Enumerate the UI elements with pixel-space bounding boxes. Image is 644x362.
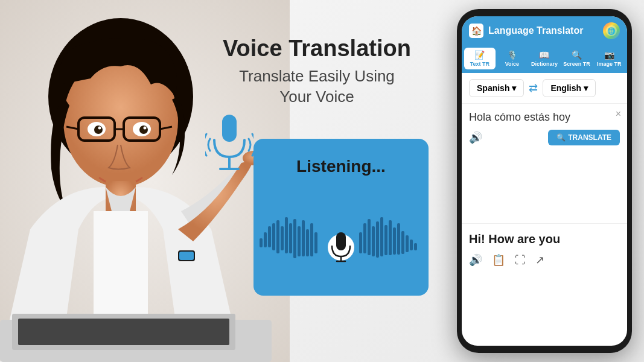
svg-rect-40 xyxy=(314,232,317,253)
share-button[interactable]: ↗ xyxy=(535,253,544,267)
hero-title-area: Voice Translation Translate Easily Using… xyxy=(211,36,422,107)
expand-button[interactable]: ⛶ xyxy=(515,254,526,267)
svg-rect-28 xyxy=(264,232,267,247)
tab-dictionary-label: Dictionary xyxy=(531,61,558,67)
phone-screen: 🏠 Language Translator 🌐 📝 Text TR 🎙️ Voi… xyxy=(462,16,627,346)
screen-tr-icon: 🔍 xyxy=(572,50,582,60)
svg-rect-39 xyxy=(310,223,313,256)
svg-rect-49 xyxy=(376,221,379,258)
svg-rect-58 xyxy=(414,243,417,250)
svg-rect-52 xyxy=(389,220,392,255)
tab-voice[interactable]: 🎙️ Voice xyxy=(497,48,528,69)
hero-subtitle: Translate Easily Using Your Voice xyxy=(211,66,422,107)
target-lang-dropdown-icon: ▾ xyxy=(584,83,588,93)
tab-screen-tr[interactable]: 🔍 Screen TR xyxy=(561,48,593,69)
clear-input-button[interactable]: × xyxy=(616,109,621,119)
home-icon[interactable]: 🏠 xyxy=(469,24,483,38)
text-tr-icon: 📝 xyxy=(474,50,485,60)
svg-rect-27 xyxy=(260,238,263,247)
svg-rect-50 xyxy=(380,217,383,256)
input-actions-bar: 🔊 🔍 TRANSLATE xyxy=(469,130,620,145)
svg-rect-22 xyxy=(179,252,194,260)
microphone-icon-area xyxy=(205,109,253,181)
hero-title: Voice Translation xyxy=(211,36,422,62)
tab-dictionary[interactable]: 📖 Dictionary xyxy=(529,48,560,69)
svg-rect-46 xyxy=(363,223,366,253)
translated-text: Hi! How are you xyxy=(469,232,620,246)
image-tr-icon: 📷 xyxy=(604,50,614,60)
source-language-button[interactable]: Spanish ▾ xyxy=(469,79,524,97)
svg-rect-33 xyxy=(285,217,288,253)
svg-rect-34 xyxy=(289,223,292,253)
source-language-label: Spanish xyxy=(477,83,509,93)
svg-rect-31 xyxy=(276,220,279,253)
svg-text:🌐: 🌐 xyxy=(607,27,616,35)
input-speaker-button[interactable]: 🔊 xyxy=(469,131,482,144)
svg-rect-56 xyxy=(406,235,409,252)
svg-rect-53 xyxy=(393,227,396,255)
tab-image-tr[interactable]: 📷 Image TR xyxy=(593,48,625,69)
svg-rect-35 xyxy=(293,219,296,258)
svg-rect-36 xyxy=(298,226,301,256)
svg-rect-30 xyxy=(272,223,275,250)
translate-button[interactable]: 🔍 TRANSLATE xyxy=(548,130,620,145)
svg-rect-32 xyxy=(281,226,284,250)
tab-text-tr-label: Text TR xyxy=(470,61,489,67)
listening-text: Listening... xyxy=(253,139,429,176)
svg-rect-51 xyxy=(384,225,387,255)
svg-point-11 xyxy=(139,125,148,134)
tab-screen-tr-label: Screen TR xyxy=(563,61,590,67)
svg-rect-48 xyxy=(372,226,375,256)
svg-rect-47 xyxy=(368,219,371,255)
svg-rect-54 xyxy=(397,223,400,255)
source-lang-dropdown-icon: ▾ xyxy=(512,83,516,93)
svg-rect-23 xyxy=(222,115,237,142)
app-title: Language Translator xyxy=(488,25,598,36)
translate-label: TRANSLATE xyxy=(568,133,611,142)
copy-button[interactable]: 📋 xyxy=(492,253,505,267)
svg-point-13 xyxy=(144,127,147,130)
voice-icon: 🎙️ xyxy=(507,50,517,60)
tab-voice-label: Voice xyxy=(505,61,519,67)
source-text[interactable]: Hola cómo estás hoy xyxy=(469,110,620,125)
dictionary-icon: 📖 xyxy=(539,50,549,60)
output-text-area: Hi! How are you 🔊 📋 ⛶ ↗ xyxy=(462,224,627,346)
swap-languages-button[interactable]: ⇄ xyxy=(529,81,538,95)
svg-point-10 xyxy=(94,125,103,134)
tab-text-tr[interactable]: 📝 Text TR xyxy=(464,48,496,69)
svg-rect-55 xyxy=(401,231,404,254)
svg-rect-42 xyxy=(336,232,346,250)
svg-rect-37 xyxy=(302,220,305,256)
translate-icon: 🔍 xyxy=(556,133,566,142)
waveform-svg xyxy=(260,214,422,287)
target-language-label: English xyxy=(550,83,581,93)
nav-tabs: 📝 Text TR 🎙️ Voice 📖 Dictionary 🔍 Screen… xyxy=(462,45,627,73)
app-logo: 🌐 xyxy=(603,22,620,39)
mic-icon xyxy=(205,109,253,181)
output-actions-bar: 🔊 📋 ⛶ ↗ xyxy=(469,253,620,267)
svg-rect-29 xyxy=(268,226,271,247)
svg-point-12 xyxy=(98,127,101,130)
svg-rect-45 xyxy=(359,232,362,253)
phone-header: 🏠 Language Translator 🌐 xyxy=(462,16,627,45)
target-language-button[interactable]: English ▾ xyxy=(543,79,596,97)
svg-rect-38 xyxy=(306,229,309,256)
listening-box: Listening... xyxy=(253,139,429,296)
language-selector: Spanish ▾ ⇄ English ▾ xyxy=(462,73,627,104)
output-speaker-button[interactable]: 🔊 xyxy=(469,253,482,267)
tab-image-tr-label: Image TR xyxy=(597,61,622,67)
svg-rect-20 xyxy=(18,319,229,345)
phone-mockup: 🏠 Language Translator 🌐 📝 Text TR 🎙️ Voi… xyxy=(457,9,632,353)
input-text-area: × Hola cómo estás hoy 🔊 🔍 TRANSLATE xyxy=(462,104,627,224)
svg-rect-57 xyxy=(410,240,413,250)
